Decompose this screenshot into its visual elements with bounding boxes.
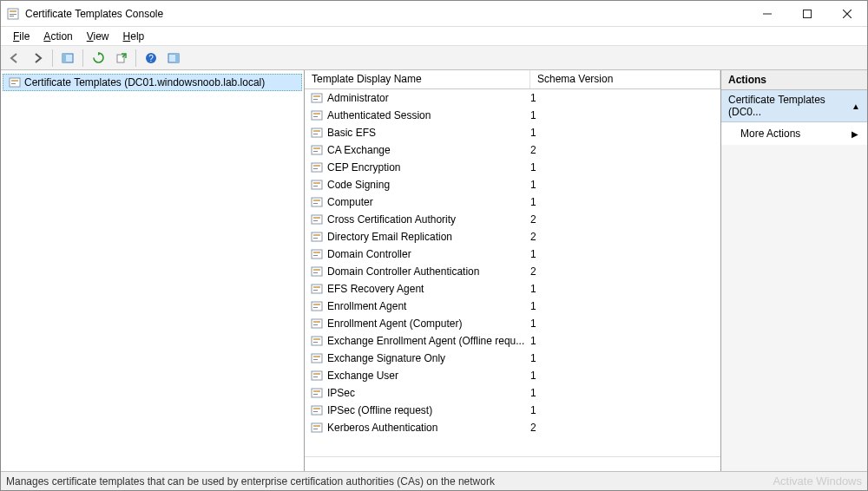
template-schema: 2: [530, 422, 720, 434]
list-body[interactable]: Administrator1Authenticated Session1Basi…: [305, 89, 720, 456]
svg-rect-46: [313, 252, 320, 253]
svg-rect-5: [804, 10, 812, 17]
list-item[interactable]: CA Exchange2: [305, 141, 720, 159]
list-item[interactable]: EFS Recovery Agent1: [305, 280, 720, 298]
maximize-button[interactable]: [787, 1, 827, 27]
list-item[interactable]: IPSec (Offline request)1: [305, 402, 720, 419]
svg-rect-1: [10, 10, 16, 12]
menu-action[interactable]: Action: [38, 29, 77, 44]
actions-more-label: More Actions: [740, 128, 800, 140]
svg-rect-27: [312, 146, 322, 154]
actions-more[interactable]: More Actions ▶: [721, 122, 867, 145]
svg-rect-43: [313, 234, 320, 236]
certificate-template-icon: [310, 108, 324, 122]
toolbar-separator: [82, 49, 83, 67]
svg-rect-77: [313, 429, 318, 429]
certificate-template-icon: [310, 91, 324, 105]
certificate-template-icon: [310, 160, 324, 174]
template-schema: 1: [530, 92, 720, 104]
svg-rect-60: [312, 337, 322, 345]
list-item[interactable]: Exchange Signature Only1: [305, 350, 720, 367]
template-schema: 1: [530, 387, 720, 399]
svg-rect-76: [313, 425, 320, 427]
tree-root-label: Certificate Templates (DC01.windowsnoob.…: [24, 76, 265, 88]
actions-group[interactable]: Certificate Templates (DC0... ▲: [721, 90, 867, 122]
close-button[interactable]: [827, 1, 867, 27]
template-schema: 2: [530, 144, 720, 156]
list-item[interactable]: Authenticated Session1: [305, 107, 720, 124]
svg-rect-24: [312, 128, 322, 137]
help-button[interactable]: ?: [141, 49, 161, 68]
column-header-name[interactable]: Template Display Name: [305, 70, 530, 88]
show-hide-tree-button[interactable]: [57, 49, 78, 68]
tree-root-node[interactable]: Certificate Templates (DC01.windowsnoob.…: [3, 74, 302, 91]
svg-rect-9: [62, 54, 66, 62]
svg-rect-26: [313, 134, 318, 134]
svg-rect-47: [313, 255, 318, 256]
template-name: Computer: [327, 196, 530, 208]
svg-rect-31: [313, 165, 320, 167]
svg-rect-28: [313, 147, 320, 149]
list-item[interactable]: Code Signing1: [305, 176, 720, 193]
activation-watermark: Activate Windows: [773, 475, 862, 488]
template-schema: 1: [530, 335, 720, 347]
svg-rect-69: [312, 389, 322, 397]
svg-rect-44: [313, 238, 318, 239]
tree-pane[interactable]: Certificate Templates (DC01.windowsnoob.…: [1, 70, 305, 471]
svg-rect-75: [312, 423, 322, 432]
svg-rect-51: [312, 285, 322, 293]
svg-rect-63: [312, 354, 322, 363]
list-item[interactable]: Domain Controller1: [305, 245, 720, 263]
list-item[interactable]: Enrollment Agent1: [305, 298, 720, 315]
list-item[interactable]: CEP Encryption1: [305, 159, 720, 176]
list-item[interactable]: Directory Email Replication2: [305, 228, 720, 245]
template-name: Authenticated Session: [327, 109, 530, 121]
svg-rect-32: [313, 168, 318, 169]
list-header: Template Display Name Schema Version: [305, 70, 720, 89]
svg-rect-33: [312, 180, 322, 189]
template-name: Exchange Signature Only: [327, 352, 530, 364]
list-item[interactable]: Cross Certification Authority2: [305, 211, 720, 228]
list-item[interactable]: Domain Controller Authentication2: [305, 263, 720, 280]
actions-pane: Actions Certificate Templates (DC0... ▲ …: [721, 70, 867, 471]
template-name: Code Signing: [327, 179, 530, 191]
svg-rect-65: [313, 359, 318, 360]
template-schema: 1: [530, 127, 720, 139]
svg-rect-19: [313, 95, 320, 97]
back-button[interactable]: [4, 49, 25, 68]
svg-rect-52: [313, 286, 320, 288]
template-name: Directory Email Replication: [327, 231, 530, 243]
toolbar-separator: [135, 49, 136, 67]
template-name: Exchange User: [327, 370, 530, 382]
svg-rect-37: [313, 200, 320, 201]
list-item[interactable]: Basic EFS1: [305, 124, 720, 141]
menu-file[interactable]: FFileile: [8, 29, 35, 44]
menu-view[interactable]: View: [82, 29, 115, 44]
show-hide-actions-button[interactable]: [163, 49, 184, 68]
svg-rect-67: [313, 373, 320, 375]
svg-rect-3: [10, 16, 14, 16]
menu-help[interactable]: Help: [118, 29, 150, 44]
list-item[interactable]: Exchange User1: [305, 367, 720, 384]
title-bar: Certificate Templates Console: [1, 1, 867, 27]
template-name: Domain Controller Authentication: [327, 265, 530, 278]
refresh-button[interactable]: [88, 49, 108, 68]
column-header-schema[interactable]: Schema Version: [530, 70, 720, 88]
list-item[interactable]: IPSec1: [305, 384, 720, 402]
svg-rect-42: [312, 232, 322, 241]
list-item[interactable]: Enrollment Agent (Computer)1: [305, 315, 720, 332]
certificate-template-icon: [310, 143, 324, 157]
template-schema: 1: [530, 318, 720, 330]
certificate-template-icon: [310, 317, 324, 331]
certificate-template-icon: [310, 386, 324, 400]
certificate-template-icon: [310, 213, 324, 226]
minimize-button[interactable]: [747, 1, 787, 27]
list-item[interactable]: Administrator1: [305, 89, 720, 107]
export-button[interactable]: [110, 49, 131, 68]
forward-button[interactable]: [27, 49, 48, 68]
list-item[interactable]: Computer1: [305, 193, 720, 211]
list-item[interactable]: Kerberos Authentication2: [305, 419, 720, 436]
list-horizontal-scrollbar[interactable]: [305, 456, 720, 471]
list-item[interactable]: Exchange Enrollment Agent (Offline requ.…: [305, 332, 720, 350]
template-name: Kerberos Authentication: [327, 422, 530, 434]
